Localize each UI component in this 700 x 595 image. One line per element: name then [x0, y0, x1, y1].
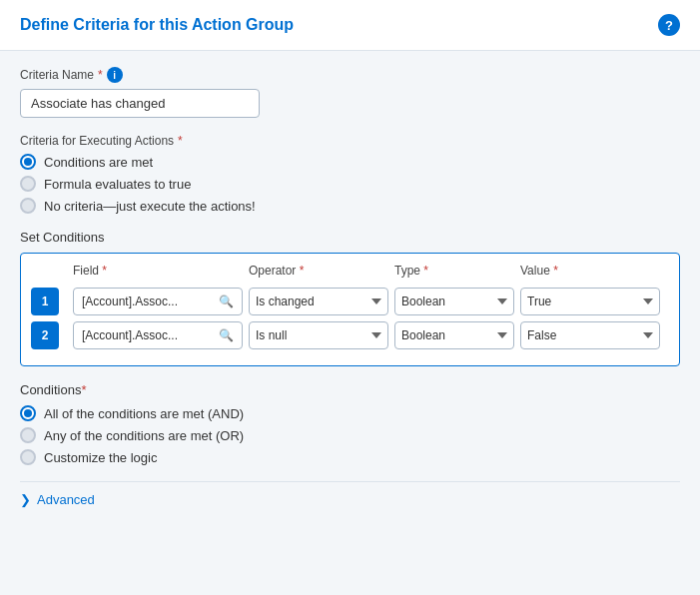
- conditions-radio-group: All of the conditions are met (AND) Any …: [20, 405, 680, 465]
- radio-formula-true[interactable]: Formula evaluates to true: [20, 176, 680, 192]
- radio-any-or[interactable]: Any of the conditions are met (OR): [20, 427, 680, 443]
- dialog-title: Define Criteria for this Action Group: [20, 16, 294, 34]
- conditions-table: Field * Operator * Type * Value * 1 [Acc…: [20, 253, 680, 366]
- criteria-name-section: Criteria Name* i: [20, 67, 680, 118]
- field-search-icon-1[interactable]: 🔍: [219, 295, 234, 308]
- field-lookup-2[interactable]: [Account].Assoc... 🔍: [73, 321, 243, 349]
- radio-any-or-circle[interactable]: [20, 427, 36, 443]
- conditions-section-label: Conditions*: [20, 382, 680, 397]
- radio-conditions-met-circle[interactable]: [20, 154, 36, 170]
- field-lookup-1-text: [Account].Assoc...: [82, 295, 215, 308]
- condition-row-1: 1 [Account].Assoc... 🔍 Is changed Is nul…: [31, 288, 669, 315]
- col-operator: Operator *: [249, 264, 388, 278]
- radio-conditions-met-label: Conditions are met: [44, 155, 153, 170]
- criteria-name-input[interactable]: [20, 89, 260, 118]
- conditions-section: Conditions* All of the conditions are me…: [20, 382, 680, 465]
- col-type: Type *: [394, 264, 514, 278]
- radio-customize-label: Customize the logic: [44, 450, 157, 465]
- criteria-executing-label: Criteria for Executing Actions*: [20, 134, 680, 148]
- help-icon[interactable]: ?: [658, 14, 680, 36]
- criteria-executing-radio-group: Conditions are met Formula evaluates to …: [20, 154, 680, 214]
- chevron-right-icon: ❯: [20, 492, 31, 507]
- criteria-name-label: Criteria Name* i: [20, 67, 680, 83]
- radio-all-and[interactable]: All of the conditions are met (AND): [20, 405, 680, 421]
- type-select-1[interactable]: Boolean String Number: [394, 288, 514, 315]
- radio-formula-true-circle[interactable]: [20, 176, 36, 192]
- value-select-2[interactable]: True False: [520, 321, 660, 349]
- page-container: Define Criteria for this Action Group ? …: [0, 0, 700, 595]
- col-field: Field *: [73, 264, 243, 278]
- field-search-icon-2[interactable]: 🔍: [219, 328, 234, 342]
- radio-no-criteria[interactable]: No criteria—just execute the actions!: [20, 198, 680, 214]
- dialog-header: Define Criteria for this Action Group ?: [0, 0, 700, 51]
- dialog-content: Criteria Name* i Criteria for Executing …: [0, 51, 700, 523]
- set-conditions-section: Set Conditions Field * Operator * Type *…: [20, 230, 680, 366]
- radio-customize[interactable]: Customize the logic: [20, 449, 680, 465]
- radio-any-or-label: Any of the conditions are met (OR): [44, 428, 244, 443]
- criteria-name-info-icon[interactable]: i: [107, 67, 123, 83]
- radio-customize-circle[interactable]: [20, 449, 36, 465]
- criteria-executing-section: Criteria for Executing Actions* Conditio…: [20, 134, 680, 214]
- conditions-table-header: Field * Operator * Type * Value *: [31, 264, 669, 282]
- advanced-label: Advanced: [37, 492, 95, 507]
- row-number-1: 1: [31, 288, 59, 315]
- operator-select-2[interactable]: Is changed Is null Equals Not equals: [249, 321, 388, 349]
- radio-conditions-met[interactable]: Conditions are met: [20, 154, 680, 170]
- radio-no-criteria-label: No criteria—just execute the actions!: [44, 199, 256, 214]
- field-lookup-2-text: [Account].Assoc...: [82, 328, 215, 342]
- radio-formula-true-label: Formula evaluates to true: [44, 177, 191, 192]
- radio-all-and-label: All of the conditions are met (AND): [44, 406, 244, 421]
- field-lookup-1[interactable]: [Account].Assoc... 🔍: [73, 288, 243, 315]
- radio-no-criteria-circle[interactable]: [20, 198, 36, 214]
- set-conditions-label: Set Conditions: [20, 230, 680, 245]
- operator-select-1[interactable]: Is changed Is null Equals Not equals: [249, 288, 388, 315]
- type-select-2[interactable]: Boolean String Number: [394, 321, 514, 349]
- advanced-row[interactable]: ❯ Advanced: [20, 492, 680, 507]
- col-value: Value *: [520, 264, 660, 278]
- row-number-2: 2: [31, 321, 59, 349]
- radio-all-and-circle[interactable]: [20, 405, 36, 421]
- advanced-divider: [20, 481, 680, 482]
- condition-row-2: 2 [Account].Assoc... 🔍 Is changed Is nul…: [31, 321, 669, 349]
- value-select-1[interactable]: True False: [520, 288, 660, 315]
